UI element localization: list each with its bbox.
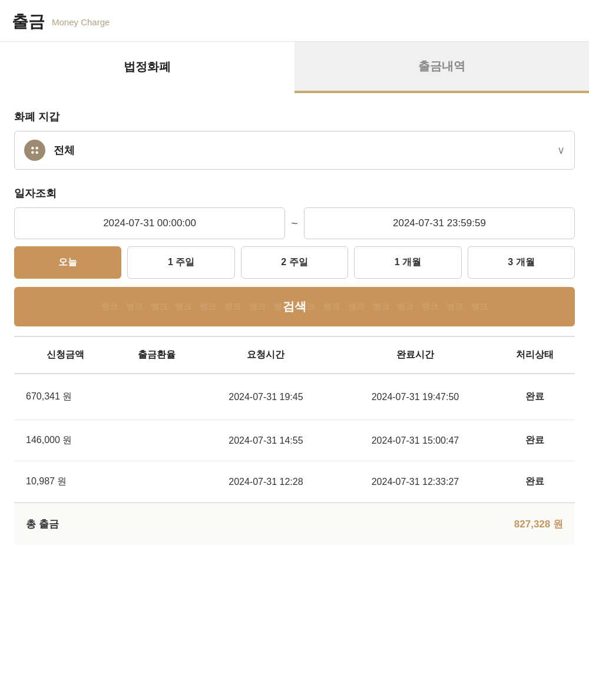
date-inputs-row: ~ — [14, 207, 575, 239]
table-row: 10,987 원 2024-07-31 12:28 2024-07-31 12:… — [14, 461, 575, 503]
svg-point-1 — [31, 147, 34, 150]
page-header: 출금 Money Charge — [0, 0, 589, 42]
cell-rate-1 — [117, 420, 196, 461]
svg-point-0 — [29, 145, 40, 156]
cell-request-time-0: 2024-07-31 19:45 — [197, 374, 336, 420]
search-button[interactable]: 검색 — [14, 287, 575, 326]
wallet-svg-icon — [28, 144, 41, 157]
date-tilde: ~ — [291, 217, 298, 230]
cell-amount-1: 146,000 원 — [14, 420, 117, 461]
results-table: 신청금액 출금환율 요청시간 완료시간 처리상태 670,341 원 2024-… — [14, 336, 575, 503]
cell-complete-time-2: 2024-07-31 12:33:27 — [335, 461, 495, 503]
page-title-en: Money Charge — [52, 17, 110, 27]
start-date-input[interactable] — [14, 207, 285, 239]
col-header-amount: 신청금액 — [14, 336, 117, 374]
date-section-label: 일자조회 — [14, 186, 575, 200]
main-content: 화폐 지갑 전체 ∨ 일자조회 ~ 오늘 1 주일 — [0, 93, 589, 545]
col-header-status: 처리상태 — [495, 336, 575, 374]
cell-amount-0: 670,341 원 — [14, 374, 117, 420]
total-row: 총 출금 827,328 원 — [14, 503, 575, 545]
col-header-complete-time: 완료시간 — [335, 336, 495, 374]
cell-rate-0 — [117, 374, 196, 420]
wallet-select-dropdown[interactable]: 전체 ∨ — [14, 131, 575, 170]
table-header-row: 신청금액 출금환율 요청시간 완료시간 처리상태 — [14, 336, 575, 374]
cell-request-time-2: 2024-07-31 12:28 — [197, 461, 336, 503]
total-label: 총 출금 — [26, 517, 59, 531]
cell-complete-time-1: 2024-07-31 15:00:47 — [335, 420, 495, 461]
end-date-input[interactable] — [304, 207, 575, 239]
wallet-icon — [24, 140, 45, 161]
wallet-select-container: 전체 ∨ — [14, 131, 575, 170]
cell-status-0: 완료 — [495, 374, 575, 420]
table-row: 146,000 원 2024-07-31 14:55 2024-07-31 15… — [14, 420, 575, 461]
quick-btn-2week[interactable]: 2 주일 — [241, 246, 348, 279]
cell-rate-2 — [117, 461, 196, 503]
quick-btn-1month[interactable]: 1 개월 — [354, 246, 461, 279]
col-header-request-time: 요청시간 — [197, 336, 336, 374]
wallet-selected-value: 전체 — [54, 143, 557, 157]
quick-btn-today[interactable]: 오늘 — [14, 246, 121, 279]
date-section: 일자조회 ~ 오늘 1 주일 2 주일 1 개월 3 개월 검색 — [14, 186, 575, 326]
quick-btn-3month[interactable]: 3 개월 — [468, 246, 575, 279]
tab-fiat[interactable]: 법정화폐 — [0, 42, 294, 93]
page-title-ko: 출금 — [12, 11, 45, 33]
total-value: 827,328 원 — [514, 517, 563, 531]
cell-status-1: 완료 — [495, 420, 575, 461]
cell-request-time-1: 2024-07-31 14:55 — [197, 420, 336, 461]
chevron-down-icon: ∨ — [557, 144, 565, 157]
cell-complete-time-0: 2024-07-31 19:47:50 — [335, 374, 495, 420]
table-row: 670,341 원 2024-07-31 19:45 2024-07-31 19… — [14, 374, 575, 420]
tabs-container: 법정화폐 출금내역 — [0, 42, 589, 93]
cell-amount-2: 10,987 원 — [14, 461, 117, 503]
svg-point-2 — [35, 147, 38, 150]
svg-point-3 — [31, 151, 34, 154]
svg-point-4 — [35, 151, 38, 154]
cell-status-2: 완료 — [495, 461, 575, 503]
quick-date-buttons: 오늘 1 주일 2 주일 1 개월 3 개월 — [14, 246, 575, 279]
col-header-rate: 출금환율 — [117, 336, 196, 374]
tab-history[interactable]: 출금내역 — [294, 42, 589, 92]
wallet-section-label: 화폐 지갑 — [14, 110, 575, 124]
quick-btn-1week[interactable]: 1 주일 — [127, 246, 234, 279]
